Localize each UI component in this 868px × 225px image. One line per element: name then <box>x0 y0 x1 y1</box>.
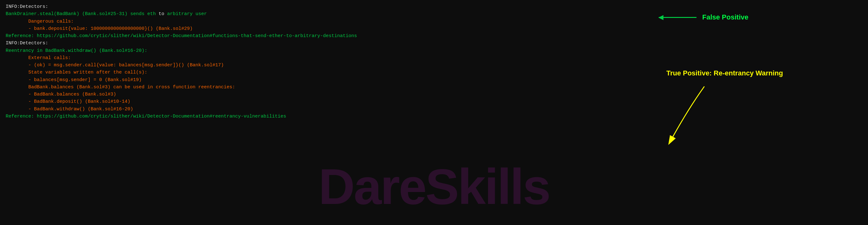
line-4: - bank.deposit{value: 100000000000000000… <box>6 25 862 32</box>
watermark: DareSkills <box>318 158 550 216</box>
line-1: INFO:Detectors: <box>6 3 862 10</box>
true-positive-label: True Positive: Re-entrancy Warning <box>666 69 783 77</box>
true-positive-annotation: True Positive: Re-entrancy Warning <box>666 69 783 77</box>
line-12: BadBank.balances (Bank.sol#3) can be use… <box>6 84 862 91</box>
false-positive-arrow <box>659 17 696 18</box>
line-5: Reference: https://github.com/crytic/sli… <box>6 32 862 40</box>
true-positive-arrow <box>663 83 714 146</box>
line-6: INFO:Detectors: <box>6 40 862 47</box>
line-7: Reentrancy in BadBank.withdraw() (Bank.s… <box>6 47 862 54</box>
line-14: - BadBank.deposit() (Bank.sol#10-14) <box>6 98 862 105</box>
false-positive-annotation: False Positive <box>659 13 748 22</box>
true-positive-arrow-svg <box>663 83 714 146</box>
line-9: - (ok) = msg.sender.call{value: balances… <box>6 62 862 69</box>
line-16: Reference: https://github.com/crytic/sli… <box>6 113 862 120</box>
terminal-window: DareSkills INFO:Detectors: BankDrainer.s… <box>0 0 868 225</box>
false-positive-label: False Positive <box>702 13 748 22</box>
line-15: - BadBank.withdraw() (Bank.sol#16-20) <box>6 106 862 113</box>
line-13: - BadBank.balances (Bank.sol#3) <box>6 91 862 98</box>
line-8: External calls: <box>6 54 862 62</box>
